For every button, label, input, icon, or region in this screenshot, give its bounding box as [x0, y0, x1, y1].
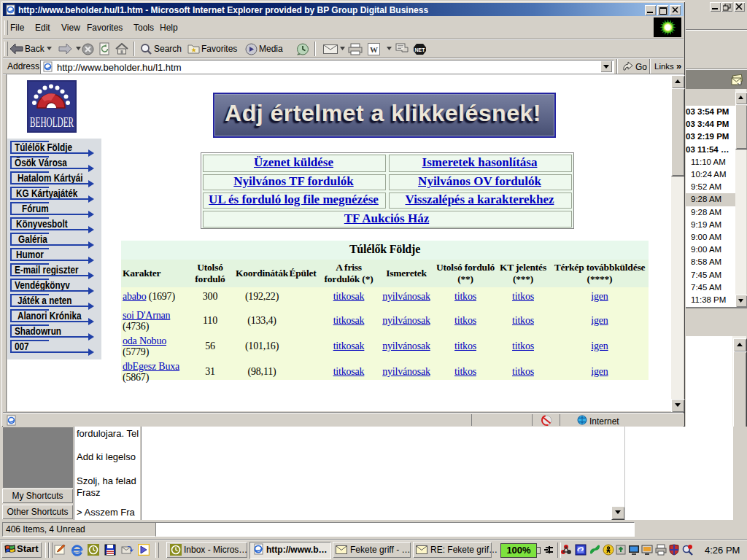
svg-text:BEHOLDER: BEHOLDER [30, 114, 74, 130]
svg-text:NET: NET [415, 47, 426, 52]
svg-text:W: W [370, 45, 378, 54]
